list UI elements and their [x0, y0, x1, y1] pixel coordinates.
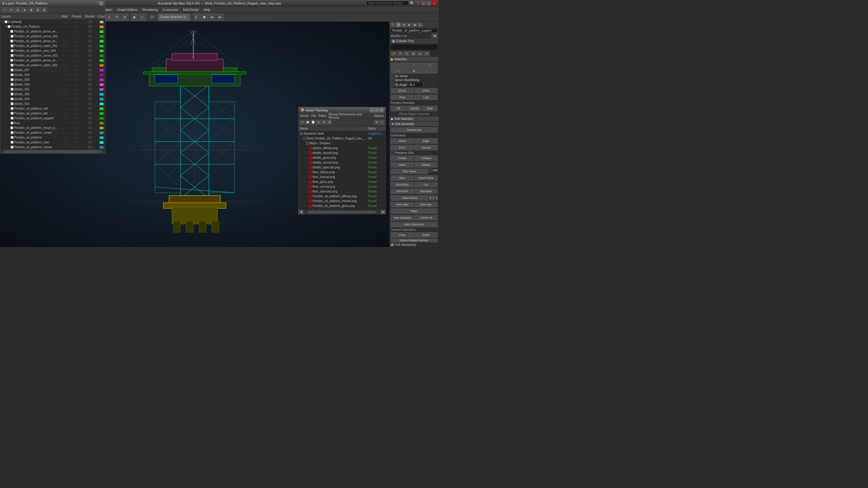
layer-color-cell[interactable] — [98, 136, 105, 139]
layer-color-cell[interactable] — [98, 127, 105, 130]
layer-color-cell[interactable] — [98, 107, 105, 110]
create-button[interactable]: Create — [391, 156, 414, 161]
layer-close-button[interactable]: ✕ — [99, 1, 103, 5]
asset-menu-file[interactable]: File — [311, 114, 316, 118]
hide-unselected-button[interactable]: Hide Unselected — [391, 222, 438, 227]
create-icon[interactable]: 🔨 — [391, 22, 396, 27]
quickslice-button[interactable]: QuickSlice — [391, 182, 414, 187]
asset-item[interactable]: Autodesk Vault Logged O... — [299, 131, 385, 136]
help-icon[interactable]: ❓ — [415, 1, 420, 5]
off-button[interactable]: Off — [391, 106, 406, 111]
layer-color-cell[interactable] — [98, 69, 105, 72]
layer-item[interactable]: ⬜ Perdido_oil_platform_mount_details — — — [0, 126, 105, 130]
minimize-button[interactable]: — — [421, 1, 426, 5]
asset-refresh-icon[interactable]: ↺ — [300, 120, 305, 125]
asset-list[interactable]: Autodesk Vault Logged O... Shell_Perdido… — [299, 131, 385, 210]
layer-color-cell[interactable] — [98, 146, 105, 149]
asset-paths-icon[interactable]: 🗂 — [316, 120, 321, 125]
object-name-field[interactable]: Perdido_oil_platform_support — [391, 29, 438, 33]
up-icon[interactable]: ▲ — [417, 51, 423, 56]
face-button[interactable]: Face — [391, 145, 414, 150]
layer-highlight-button[interactable]: ⚡ — [28, 7, 34, 13]
layer-color-cell[interactable] — [98, 83, 105, 86]
asset-close-button[interactable]: ✕ — [379, 108, 384, 112]
layer-item[interactable]: ⬜ Perdido_oil_platform_stair — — — [0, 140, 105, 145]
asset-item[interactable]: floor_fresnel.png Found — [299, 175, 385, 180]
layer-help-icon[interactable]: ? — [97, 1, 98, 5]
layer-delete-button[interactable]: ✕ — [8, 7, 14, 13]
asset-file-icon[interactable]: 📄 — [311, 120, 315, 125]
split-checkbox[interactable] — [428, 169, 432, 172]
layer-color-cell[interactable] — [98, 40, 105, 43]
subobj-button[interactable]: SubObj — [407, 106, 422, 111]
asset-help-icon[interactable]: ? — [379, 120, 384, 125]
layer-item[interactable]: ⬜ Perdido_oil_platform_arrow_wire_001 — … — [0, 29, 105, 34]
down-icon[interactable]: ▼ — [424, 51, 430, 56]
grid-align-button[interactable]: Grid Align — [414, 202, 438, 207]
asset-settings-icon[interactable]: ⚙ — [374, 120, 379, 125]
asset-item[interactable]: floor_specular.png Found — [299, 189, 385, 194]
relax-button[interactable]: Relax — [391, 208, 438, 214]
layer-item[interactable]: ⬜ details_004 — — — [0, 97, 105, 101]
asset-item[interactable]: details_diffuse.png Found — [299, 146, 385, 151]
layer-color-cell[interactable] — [98, 54, 105, 57]
edit-geometry-header[interactable]: ▼ Edit Geometry — [390, 121, 439, 127]
asset-item[interactable]: details_normal.png Found — [299, 160, 385, 165]
vertex-sel-btn[interactable]: · — [391, 62, 406, 68]
ignore-backfacing-checkbox[interactable] — [391, 78, 394, 82]
slice-button[interactable]: Slice — [391, 175, 414, 181]
layer-item[interactable]: ⬜ Perdido_oil_platform_bld — — — [0, 111, 105, 116]
asset-maximize-button[interactable]: □ — [375, 108, 379, 112]
display-icon[interactable]: ◉ — [412, 22, 417, 27]
asset-item[interactable]: Shell_Perdido_Oil_Platform_Rigged_max_vr… — [299, 136, 385, 141]
attach-button[interactable]: Attach — [391, 162, 414, 167]
asset-item[interactable]: details_specular.png Found — [299, 165, 385, 170]
search-icon[interactable]: 🔍 — [410, 1, 414, 5]
render-frame-button[interactable]: ▷ — [139, 13, 146, 21]
layer-color-cell[interactable] — [98, 30, 105, 33]
full-interactivity-checkbox[interactable]: ✓ — [391, 243, 394, 247]
layer-window-title[interactable]: ⊞ Layer: Perdido_Oil_Platform ? ✕ — [0, 0, 105, 6]
play-button[interactable]: ⏵ — [193, 13, 200, 21]
menu-rendering[interactable]: Rendering — [140, 7, 160, 12]
detach-button[interactable]: Detach — [414, 162, 438, 167]
layer-color-cell[interactable] — [98, 131, 105, 134]
asset-item[interactable]: Perdido_oil_platform_illum.png Found — [299, 208, 385, 210]
asset-item[interactable]: Perdido_oil_platform_fresnel.png Found — [299, 199, 385, 204]
layer-color-cell[interactable] — [98, 88, 105, 91]
menu-maxscript[interactable]: MAXScript — [181, 7, 201, 12]
layer-color-cell[interactable] — [98, 64, 105, 67]
layer-item[interactable]: ⬜ details_007 — — — [0, 68, 105, 73]
layer-item[interactable]: ⬜ Perdido_oil_platform — — — [0, 135, 105, 140]
unhide-all-button[interactable]: Unhide All — [414, 215, 438, 221]
create-selection-button[interactable]: Create Selection S... — [158, 14, 190, 21]
layer-item[interactable]: ⬜ Perdido_oil_platform_center — — — [0, 130, 105, 135]
layer-item[interactable]: ▼ ⬜ Perdido_Oil_Platform — — — [0, 24, 105, 29]
layer-scrollbar-area[interactable] — [0, 149, 105, 153]
layer-color-cell[interactable] — [98, 59, 105, 62]
tessellate-button[interactable]: Tessellate — [414, 189, 438, 194]
msmooth-button[interactable]: MSmooth — [391, 189, 414, 194]
x-axis-button[interactable]: X — [429, 195, 432, 201]
modifier-list-dropdown[interactable]: ▼ — [432, 33, 438, 38]
asset-scrollbar-area[interactable]: ◀ ▶ — [299, 210, 385, 214]
layer-item[interactable]: ⬜ Perdido_oil_platform_wire_004 — — — [0, 48, 105, 53]
asset-scroll-left[interactable]: ◀ — [299, 210, 304, 215]
layer-color-cell[interactable] — [98, 44, 105, 47]
make-planar-button[interactable]: Make Planar — [391, 195, 429, 201]
layer-merge-button[interactable]: ⊞ — [41, 7, 47, 13]
layer-color-cell[interactable] — [98, 98, 105, 101]
hierarchy-icon[interactable]: ⊞ — [401, 22, 406, 27]
menu-customize[interactable]: Customize — [160, 7, 181, 12]
asset-item[interactable]: details_fresnel.png Found — [299, 151, 385, 156]
layer-item[interactable]: ⬜ Perdido_oil_platform_mount — — — [0, 145, 105, 149]
normal-button[interactable]: Normal — [414, 145, 438, 150]
asset-grid-icon[interactable]: ⊞ — [327, 120, 332, 125]
layer-item[interactable]: ▼ ⬜ 0 (default) — — — [0, 20, 105, 24]
layer-color-cell[interactable] — [98, 122, 105, 125]
motion-icon[interactable]: ▶ — [407, 22, 412, 27]
layer-color-cell[interactable] — [98, 102, 105, 105]
angle-value-input[interactable] — [408, 82, 423, 87]
trash-icon[interactable]: 🗑 — [410, 51, 416, 56]
asset-menu-server[interactable]: Server — [300, 114, 309, 118]
